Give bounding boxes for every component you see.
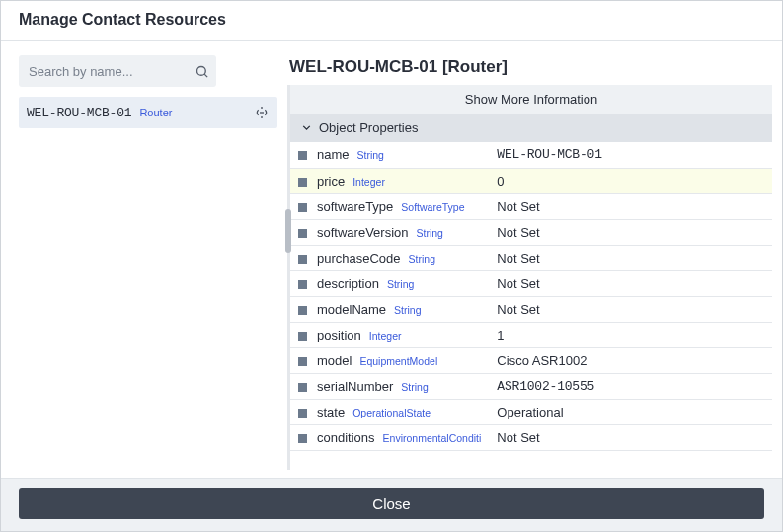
property-key: conditions [317, 430, 375, 445]
property-key-cell: positionInteger [290, 322, 489, 347]
property-row[interactable]: modelNameStringNot Set [290, 296, 772, 322]
property-row[interactable]: conditionsEnvironmentalConditiNot Set [290, 424, 772, 450]
property-marker-icon [298, 280, 307, 289]
property-key: name [317, 147, 350, 162]
property-type: String [387, 278, 414, 290]
property-row[interactable]: stateOperationalStateOperational [290, 399, 772, 424]
result-type: Router [139, 107, 172, 118]
property-key-cell: purchaseCodeString [290, 245, 489, 270]
svg-point-0 [197, 66, 206, 75]
property-value: 1 [489, 322, 772, 347]
property-row[interactable]: serialNumberStringASR1002-10555 [290, 373, 772, 399]
property-key-cell: modelNameString [290, 296, 489, 322]
property-row[interactable]: nameStringWEL-ROU-MCB-01 [290, 142, 772, 168]
modal-header: Manage Contact Resources [1, 1, 782, 41]
property-type: SoftwareType [401, 201, 464, 213]
property-value: Not Set [489, 219, 772, 245]
property-key-cell: modelEquipmentModel [290, 347, 489, 373]
property-value: Not Set [489, 193, 772, 219]
property-marker-icon [298, 151, 307, 160]
modal-footer: Close [1, 478, 782, 531]
property-key-cell: softwareTypeSoftwareType [290, 193, 489, 219]
property-type: Integer [369, 330, 402, 342]
property-row[interactable]: purchaseCodeStringNot Set [290, 245, 772, 270]
property-type: EquipmentModel [359, 355, 437, 367]
property-row[interactable]: modelEquipmentModelCisco ASR1002 [290, 347, 772, 373]
property-key: modelName [317, 302, 386, 317]
property-key: position [317, 328, 361, 342]
property-value: Operational [489, 399, 772, 424]
search-icon [195, 64, 209, 79]
property-value: WEL-ROU-MCB-01 [489, 142, 772, 168]
property-key: model [317, 353, 352, 368]
property-key: state [317, 405, 345, 419]
properties-table: nameStringWEL-ROU-MCB-01priceInteger0sof… [290, 142, 772, 451]
property-type: String [357, 149, 384, 161]
property-key-cell: stateOperationalState [290, 399, 489, 424]
chevron-down-icon [300, 121, 313, 134]
property-row[interactable]: softwareTypeSoftwareTypeNot Set [290, 193, 772, 219]
property-marker-icon [298, 306, 307, 315]
property-value: 0 [489, 168, 772, 193]
detail-scroll-area[interactable]: Show More Information Object Properties … [287, 85, 772, 470]
property-type: String [417, 227, 443, 239]
property-marker-icon [298, 383, 307, 392]
property-marker-icon [298, 409, 307, 418]
property-value: Not Set [489, 270, 772, 296]
close-button[interactable]: Close [19, 488, 764, 519]
property-type: Integer [352, 176, 385, 188]
svg-line-1 [204, 74, 207, 77]
property-marker-icon [298, 255, 307, 264]
property-marker-icon [298, 229, 307, 238]
property-key-cell: priceInteger [290, 168, 489, 193]
property-value: Not Set [489, 245, 772, 270]
property-value: Cisco ASR1002 [489, 347, 772, 373]
property-key-cell: softwareVersionString [290, 219, 489, 245]
search-field-wrap [19, 55, 216, 87]
modal-body: WEL-ROU-MCB-01 Router WEL-ROU-MCB-01 [Ro… [1, 41, 782, 478]
section-label: Object Properties [319, 120, 418, 135]
result-name: WEL-ROU-MCB-01 [27, 106, 131, 120]
property-key-cell: nameString [290, 142, 489, 168]
search-result-item[interactable]: WEL-ROU-MCB-01 Router [19, 97, 277, 128]
detail-pane: WEL-ROU-MCB-01 [Router] Show More Inform… [287, 55, 782, 470]
modal-dialog: Manage Contact Resources WEL-ROU-MCB-01 … [0, 0, 783, 532]
property-type: OperationalState [352, 407, 431, 418]
property-row[interactable]: descriptionStringNot Set [290, 270, 772, 296]
property-key-cell: serialNumberString [290, 373, 489, 399]
property-key: serialNumber [317, 379, 393, 394]
property-key: softwareVersion [317, 225, 409, 240]
property-marker-icon [298, 178, 307, 187]
property-type: EnvironmentalConditi [383, 432, 482, 444]
property-key-cell: conditionsEnvironmentalConditi [290, 424, 489, 450]
property-type: String [401, 381, 428, 393]
property-value: Not Set [489, 424, 772, 450]
modal-title: Manage Contact Resources [19, 11, 764, 29]
property-value: ASR1002-10555 [489, 373, 772, 399]
property-value: Not Set [489, 296, 772, 322]
property-marker-icon [298, 332, 307, 341]
property-key: description [317, 276, 379, 291]
property-key: softwareType [317, 199, 393, 214]
property-row[interactable]: positionInteger1 [290, 322, 772, 347]
property-marker-icon [298, 434, 307, 443]
property-row[interactable]: softwareVersionStringNot Set [290, 219, 772, 245]
unlink-icon[interactable] [254, 105, 270, 120]
property-key: price [317, 174, 345, 189]
search-input[interactable] [29, 64, 195, 79]
section-header-object-properties[interactable]: Object Properties [290, 114, 772, 142]
property-type: String [409, 253, 435, 265]
show-more-button[interactable]: Show More Information [290, 85, 772, 114]
pane-resize-handle[interactable] [285, 209, 291, 253]
property-marker-icon [298, 357, 307, 366]
sidebar: WEL-ROU-MCB-01 Router [1, 55, 287, 470]
object-title: WEL-ROU-MCB-01 [Router] [287, 55, 772, 85]
property-key: purchaseCode [317, 251, 401, 266]
property-marker-icon [298, 203, 307, 212]
property-row[interactable]: priceInteger0 [290, 168, 772, 193]
property-key-cell: descriptionString [290, 270, 489, 296]
property-type: String [394, 304, 421, 316]
